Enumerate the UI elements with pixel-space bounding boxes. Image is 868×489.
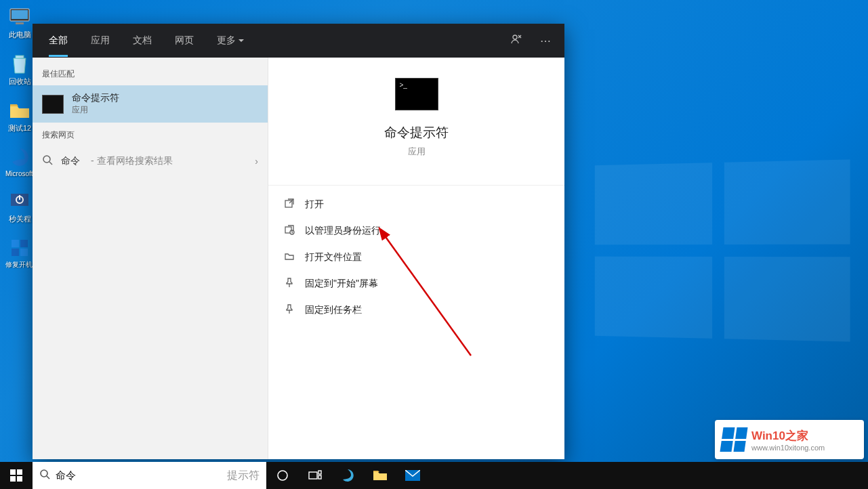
search-results-list: 最佳匹配 命令提示符 应用 搜索网页 命令 - 查看网络搜索结果 ›: [33, 58, 268, 459]
web-query-text: 命令: [61, 155, 80, 167]
desktop-icons: 此电脑 回收站 测试12 Microsoft Edge 秒关程 修复开机 屏: [5, 5, 34, 268]
wallpaper-windows-logo: [595, 160, 850, 342]
preview-actions: 打开 以管理员身份运行 打开文件位置 固定到"开始"屏幕 固定到任务栏: [268, 185, 564, 328]
desktop-icon-shutdown[interactable]: 秒关程: [5, 190, 34, 224]
pin-taskbar-icon: [283, 303, 295, 316]
action-open-file-location[interactable]: 打开文件位置: [268, 244, 564, 270]
taskbar-taskview[interactable]: [299, 462, 331, 489]
svg-rect-29: [318, 475, 321, 479]
result-cmd[interactable]: 命令提示符 应用: [33, 85, 268, 123]
action-run-as-admin[interactable]: 以管理员身份运行: [268, 217, 564, 244]
web-search-row[interactable]: 命令 - 查看网络搜索结果 ›: [33, 146, 268, 175]
section-web: 搜索网页: [33, 123, 268, 146]
open-icon: [283, 198, 295, 211]
chevron-right-icon: ›: [255, 156, 258, 167]
svg-point-12: [43, 156, 50, 163]
folder-location-icon: [283, 251, 295, 263]
svg-point-26: [278, 471, 287, 480]
svg-rect-28: [318, 471, 321, 474]
feedback-icon[interactable]: [503, 28, 529, 54]
svg-line-25: [47, 476, 49, 479]
watermark-title: Win10之家: [751, 428, 825, 444]
admin-icon: [283, 224, 295, 237]
tab-web[interactable]: 网页: [165, 25, 203, 56]
result-title: 命令提示符: [72, 92, 119, 104]
svg-rect-23: [17, 476, 22, 482]
taskbar-cortana[interactable]: [266, 462, 299, 489]
start-search-panel: 全部 应用 文档 网页 更多 ⋯ 最佳匹配 命令提示符 应用 搜索网页: [33, 24, 564, 459]
svg-rect-10: [20, 249, 28, 256]
desktop-icon-folder[interactable]: 测试12: [5, 99, 34, 133]
preview-cmd-icon: [395, 78, 438, 110]
svg-rect-1: [12, 10, 28, 19]
action-pin-taskbar[interactable]: 固定到任务栏: [268, 297, 564, 323]
desktop-icon-recycle-bin[interactable]: 回收站: [5, 52, 34, 87]
svg-line-13: [49, 162, 52, 165]
search-icon: [39, 469, 50, 482]
svg-rect-2: [16, 22, 24, 24]
preview-subtitle: 应用: [408, 146, 426, 158]
taskbar-search-box[interactable]: 提示符: [33, 462, 266, 489]
web-query-hint: - 查看网络搜索结果: [91, 155, 173, 167]
tab-more[interactable]: 更多: [207, 25, 253, 56]
cmd-icon: [42, 95, 64, 114]
desktop-icon-edge[interactable]: Microsoft Edge: [5, 146, 34, 177]
tab-all[interactable]: 全部: [39, 25, 77, 56]
start-button[interactable]: [0, 462, 33, 489]
watermark-url: www.win10xitong.com: [751, 444, 825, 452]
action-pin-start[interactable]: 固定到"开始"屏幕: [268, 270, 564, 297]
taskbar-explorer[interactable]: [364, 462, 396, 489]
svg-rect-8: [20, 240, 28, 247]
search-tabs: 全部 应用 文档 网页 更多 ⋯: [33, 24, 564, 58]
pin-start-icon: [283, 277, 295, 290]
svg-rect-22: [10, 476, 16, 482]
svg-rect-9: [12, 249, 19, 256]
search-icon: [42, 154, 53, 167]
svg-rect-3: [16, 56, 24, 58]
tab-apps[interactable]: 应用: [81, 25, 119, 56]
watermark-logo-icon: [720, 427, 747, 452]
svg-rect-21: [17, 469, 22, 475]
svg-rect-27: [309, 472, 317, 479]
svg-point-11: [513, 35, 517, 39]
taskbar-edge[interactable]: [331, 462, 364, 489]
action-open[interactable]: 打开: [268, 191, 564, 217]
search-preview-pane: 命令提示符 应用 打开 以管理员身份运行 打开文件位置 固定到"开始"屏幕: [268, 58, 564, 459]
section-best-match: 最佳匹配: [33, 62, 268, 85]
svg-rect-20: [10, 469, 16, 475]
desktop-icon-this-pc[interactable]: 此电脑: [5, 5, 34, 40]
taskbar: 提示符: [0, 462, 868, 489]
options-icon[interactable]: ⋯: [533, 29, 558, 53]
desktop-icon-repair[interactable]: 修复开机 屏: [5, 236, 34, 268]
svg-point-24: [41, 470, 47, 477]
preview-title: 命令提示符: [384, 124, 449, 142]
result-subtitle: 应用: [72, 104, 119, 116]
svg-rect-7: [12, 240, 19, 247]
taskbar-mail[interactable]: [396, 462, 429, 489]
tab-documents[interactable]: 文档: [123, 25, 161, 56]
watermark-badge: Win10之家 www.win10xitong.com: [715, 420, 864, 459]
